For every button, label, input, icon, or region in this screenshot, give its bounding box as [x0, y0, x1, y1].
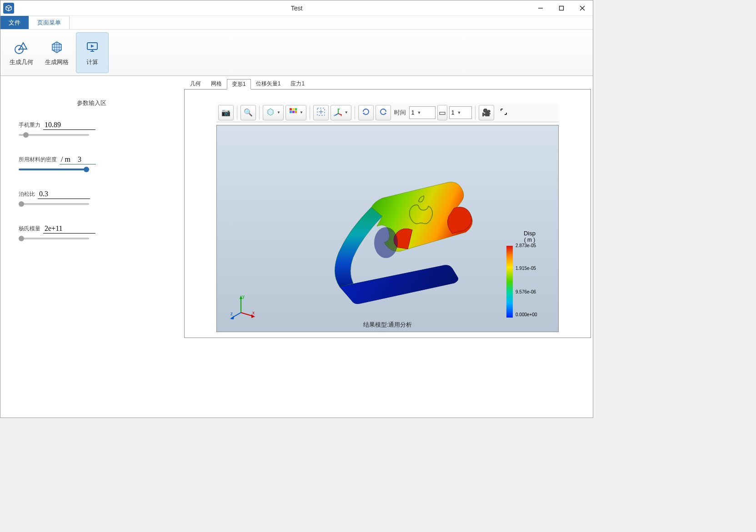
zoom-button[interactable]: 🔍	[240, 105, 256, 120]
color-cube-icon	[289, 107, 298, 118]
param-phone-weight-slider[interactable]	[19, 132, 89, 138]
chevron-down-icon: ▼	[345, 110, 348, 114]
rotate-ccw-button[interactable]	[375, 105, 391, 120]
svg-marker-45	[230, 316, 234, 319]
menu-file[interactable]: 文件	[0, 16, 29, 29]
time-combo[interactable]: 1▼	[409, 106, 436, 119]
color-legend: Disp ( m ) 2.873e-05 1.915e-05 9.576e-06…	[505, 230, 555, 319]
app-window: Test 文件 页面菜单 生成几何 生成网格 计算	[0, 0, 593, 418]
param-poisson-input[interactable]	[38, 189, 90, 199]
axes-icon: yxz	[334, 107, 343, 118]
legend-unit: ( m )	[505, 237, 555, 243]
frame-combo-value: 1	[451, 109, 455, 116]
svg-marker-22	[268, 109, 273, 115]
param-phone-weight: 手机重力	[19, 120, 164, 138]
canvas[interactable]: y x z Disp ( m ) 2.873e-05 1.915e-05	[216, 125, 559, 332]
ribbon: 生成几何 生成网格 计算	[0, 30, 593, 76]
expand-button[interactable]	[496, 105, 511, 120]
param-poisson-slider[interactable]	[19, 201, 89, 207]
camera-icon: 📷	[221, 108, 230, 117]
tab-deform1[interactable]: 变形1	[227, 79, 251, 89]
svg-rect-25	[295, 108, 297, 110]
gen-geometry-button[interactable]: 生成几何	[5, 32, 38, 73]
svg-text:z: z	[334, 114, 335, 116]
result-model	[285, 144, 476, 321]
fit-button[interactable]	[313, 105, 329, 120]
sidebar: 参数输入区 手机重力 所用材料的密度	[0, 76, 182, 418]
gen-mesh-button[interactable]: 生成网格	[40, 32, 73, 73]
fit-icon	[316, 107, 325, 118]
sidebar-title: 参数输入区	[19, 99, 164, 107]
view-box-button[interactable]: ▼	[263, 105, 284, 120]
svg-line-2	[9, 7, 11, 8]
svg-text:y: y	[242, 294, 245, 299]
svg-rect-38	[440, 112, 445, 114]
svg-line-32	[335, 114, 338, 115]
tab-mesh[interactable]: 网格	[206, 79, 227, 89]
svg-rect-26	[290, 111, 292, 113]
step-icon	[439, 109, 446, 117]
colormap-button[interactable]: ▼	[285, 105, 306, 120]
param-young-modulus: 杨氏模量	[19, 224, 164, 242]
maximize-button[interactable]	[551, 0, 572, 16]
compute-button[interactable]: 计算	[76, 32, 109, 73]
param-material-density-label: 所用材料的密度	[19, 156, 57, 164]
legend-title: Disp	[505, 230, 555, 237]
svg-rect-27	[292, 111, 295, 113]
step-button[interactable]	[437, 105, 447, 120]
magnifier-icon: 🔍	[244, 108, 253, 117]
cube-icon	[266, 107, 275, 118]
param-phone-weight-input[interactable]	[43, 120, 95, 130]
close-button[interactable]	[572, 0, 593, 16]
param-material-density-slider[interactable]	[19, 166, 89, 173]
legend-ticks: 2.873e-05 1.915e-05 9.576e-06 0.000e+00	[516, 243, 547, 319]
record-button[interactable]: 🎥	[479, 105, 494, 120]
viewport-toolbar: 📷 🔍 ▼ ▼ yxz▼ 时间 1▼ 1▼	[216, 103, 559, 122]
legend-bar	[506, 246, 513, 318]
main: 几何 网格 变形1 位移矢量1 应力1 📷 🔍 ▼ ▼ yxz▼	[182, 76, 593, 418]
result-caption: 结果模型:通用分析	[363, 321, 412, 329]
minimize-button[interactable]	[530, 0, 551, 16]
mesh-icon	[49, 39, 65, 55]
param-poisson: 泊松比	[19, 189, 164, 207]
param-young-modulus-label: 杨氏模量	[19, 225, 40, 233]
svg-text:x: x	[340, 114, 342, 116]
svg-line-1	[6, 7, 9, 8]
rotate-ccw-icon	[379, 107, 388, 118]
chevron-down-icon: ▼	[300, 110, 303, 114]
svg-text:y: y	[339, 107, 340, 110]
snapshot-button[interactable]: 📷	[218, 105, 234, 120]
svg-point-10	[18, 49, 20, 50]
video-icon: 🎥	[482, 108, 491, 117]
svg-rect-23	[290, 108, 292, 110]
tab-geometry[interactable]: 几何	[185, 79, 206, 89]
compute-icon	[84, 39, 100, 55]
param-young-modulus-input[interactable]	[43, 224, 95, 234]
gen-geometry-label: 生成几何	[10, 58, 33, 66]
param-material-density: 所用材料的密度	[19, 154, 164, 173]
svg-point-39	[374, 227, 398, 258]
chevron-down-icon: ▼	[417, 110, 421, 115]
app-icon	[3, 3, 14, 14]
tab-disp-vec1[interactable]: 位移矢量1	[251, 79, 286, 89]
frame-combo[interactable]: 1▼	[449, 106, 472, 119]
svg-line-42	[241, 313, 253, 316]
svg-rect-24	[292, 108, 295, 110]
param-young-modulus-slider[interactable]	[19, 235, 89, 242]
chevron-down-icon: ▼	[277, 110, 280, 114]
titlebar: Test	[0, 0, 593, 16]
param-material-density-input[interactable]	[60, 154, 96, 164]
gen-mesh-label: 生成网格	[45, 58, 69, 66]
rotate-cw-icon	[361, 107, 370, 118]
svg-text:x: x	[252, 310, 255, 315]
rotate-cw-button[interactable]	[358, 105, 374, 120]
menu-page[interactable]: 页面菜单	[29, 16, 70, 29]
tab-stress1[interactable]: 应力1	[285, 79, 310, 89]
axes-button[interactable]: yxz▼	[330, 105, 351, 120]
compute-label: 计算	[86, 58, 98, 66]
viewport: 📷 🔍 ▼ ▼ yxz▼ 时间 1▼ 1▼	[184, 89, 591, 338]
svg-text:z: z	[230, 311, 233, 316]
menubar: 文件 页面菜单	[0, 16, 593, 30]
expand-icon	[500, 108, 507, 117]
window-title: Test	[291, 5, 303, 12]
